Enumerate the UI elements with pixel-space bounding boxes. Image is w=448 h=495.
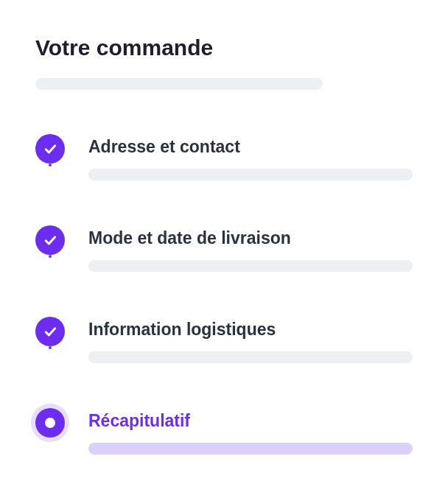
step-title: Adresse et contact: [88, 137, 413, 157]
check-icon: [43, 233, 57, 248]
steps-list: Adresse et contact Mode et date de livra…: [35, 134, 413, 454]
step-placeholder: [88, 351, 413, 363]
step-content: Information logistiques: [88, 317, 413, 363]
step-circle-completed: [35, 134, 65, 164]
step-content: Mode et date de livraison: [88, 225, 413, 272]
step-title: Mode et date de livraison: [88, 228, 413, 248]
page-title: Votre commande: [35, 35, 413, 60]
check-icon: [43, 324, 57, 339]
step-address-contact[interactable]: Adresse et contact: [35, 134, 413, 225]
step-circle-current: [35, 408, 65, 438]
step-circle-completed: [35, 225, 65, 255]
step-marker: [35, 408, 65, 438]
step-title: Récapitulatif: [88, 411, 413, 431]
step-circle-completed: [35, 317, 65, 346]
step-summary[interactable]: Récapitulatif: [35, 408, 413, 454]
check-icon: [43, 141, 57, 156]
step-content: Adresse et contact: [88, 134, 413, 180]
step-marker: [35, 134, 65, 164]
step-marker: [35, 225, 65, 255]
step-placeholder: [88, 169, 413, 180]
header: Votre commande: [35, 35, 413, 90]
step-logistics-info[interactable]: Information logistiques: [35, 317, 413, 408]
dot-icon: [45, 418, 55, 428]
step-title: Information logistiques: [88, 320, 413, 340]
step-connector: [49, 255, 52, 258]
step-delivery-mode[interactable]: Mode et date de livraison: [35, 225, 413, 317]
header-placeholder: [35, 78, 323, 90]
step-marker: [35, 317, 65, 346]
step-connector: [49, 164, 52, 166]
step-placeholder: [88, 260, 413, 272]
step-content: Récapitulatif: [88, 408, 413, 454]
step-placeholder: [88, 443, 413, 454]
step-connector: [49, 346, 52, 349]
